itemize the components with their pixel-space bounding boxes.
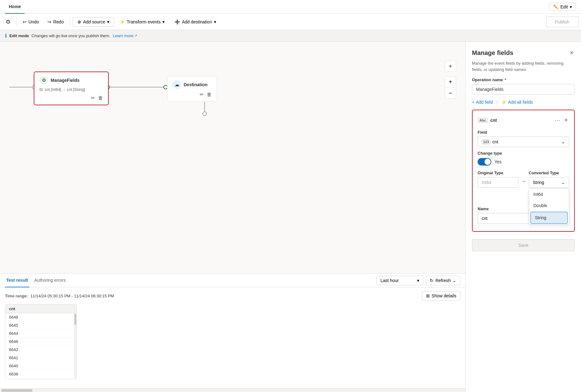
- field-more-button[interactable]: ⋯: [554, 116, 562, 125]
- change-type-toggle[interactable]: [478, 158, 491, 166]
- time-dropdown-chevron-icon: ▾: [417, 278, 419, 283]
- add-source-button[interactable]: ⊕ Add source ▾: [73, 17, 114, 27]
- chevron-down-icon: ▾: [570, 4, 572, 9]
- transform-icon: ⚡: [120, 19, 125, 24]
- horizontal-scrollbar-thumb[interactable]: [1, 389, 32, 392]
- delete-destination-button[interactable]: 🗑: [207, 92, 212, 97]
- pencil-icon: ✏️: [553, 4, 559, 9]
- edit-button[interactable]: ✏️ Edit ▾: [549, 3, 576, 11]
- original-type-input: [478, 177, 518, 188]
- add-source-chevron-icon: ▾: [107, 19, 109, 24]
- type-option-int64[interactable]: Int64: [529, 189, 569, 200]
- table-row: 6640: [5, 362, 77, 370]
- cnt-field-title: cnt: [490, 118, 497, 123]
- manage-fields-desc: cnt [Int64] → cnt [String]: [45, 87, 85, 92]
- table-icon: ⊟: [39, 87, 43, 92]
- refresh-icon: ↻: [430, 278, 434, 283]
- add-destination-button[interactable]: ➕ Add destination ▾: [170, 17, 221, 26]
- field-label: Field: [478, 130, 487, 135]
- type-option-double[interactable]: Double: [529, 200, 569, 211]
- table-row: 6646: [5, 338, 77, 346]
- cnt-field-icon: Abc: [478, 118, 488, 123]
- converted-type-label: Converted Type: [529, 171, 559, 175]
- operation-name-label: Operation name: [472, 77, 503, 82]
- manage-fields-panel-title: Manage fields: [472, 49, 513, 57]
- field-selector[interactable]: 123 cnt ⌄: [478, 136, 569, 147]
- table-row: 6648: [5, 313, 77, 321]
- toggle-value-label: Yes: [494, 159, 502, 164]
- table-row: 6638: [5, 370, 77, 378]
- show-details-button[interactable]: ⊞ Show details: [422, 291, 460, 300]
- svg-point-7: [203, 112, 206, 116]
- field-close-button[interactable]: ×: [563, 115, 569, 125]
- undo-button[interactable]: ↩ Undo: [19, 17, 42, 26]
- manage-fields-node[interactable]: ⚙ ManageFields ⊟ cnt [Int64] → cnt [Stri…: [34, 72, 109, 105]
- save-button[interactable]: Save: [472, 239, 575, 251]
- converted-type-chevron-icon: ⌄: [561, 180, 565, 185]
- name-label: Name: [478, 206, 489, 211]
- add-destination-chevron-icon: ▾: [214, 19, 216, 24]
- table-body: 6648 6645 6644 6646 6642 6641 6640 6638 …: [5, 313, 77, 379]
- test-result-tab[interactable]: Test result: [5, 274, 29, 287]
- learn-more-link[interactable]: Learn more ↗: [113, 33, 137, 38]
- type-dropdown: Int64 Double String: [529, 188, 569, 225]
- required-asterisk: *: [505, 77, 506, 82]
- refresh-button[interactable]: ↻ Refresh ⌄: [426, 276, 460, 285]
- close-panel-button[interactable]: ×: [569, 48, 575, 58]
- edit-mode-message: Changes will go live once you publish th…: [32, 33, 110, 38]
- publish-button[interactable]: Publish: [546, 17, 579, 27]
- refresh-chevron-icon: ⌄: [453, 278, 456, 283]
- delete-node-button[interactable]: 🗑: [98, 95, 103, 101]
- manage-fields-icon: ⚙: [39, 76, 48, 85]
- external-link-icon: ↗: [134, 34, 137, 38]
- destination-icon: ☁: [172, 80, 181, 89]
- original-type-label: Original Type: [478, 171, 503, 175]
- home-tab-label: Home: [9, 4, 21, 9]
- destination-title: Destination: [184, 82, 207, 87]
- time-range-dropdown[interactable]: Last hour ▾: [376, 276, 423, 285]
- converted-type-selector[interactable]: String ⌄: [529, 177, 569, 188]
- table-header: cnt: [5, 305, 77, 313]
- redo-icon: ↪: [47, 19, 51, 24]
- table-row: 6644: [5, 330, 77, 338]
- zoom-out-icon: −: [449, 90, 452, 97]
- field-chevron-icon: ⌄: [561, 139, 565, 144]
- transform-events-button[interactable]: ⚡ Transform events ▾: [115, 17, 169, 26]
- table-row: 6642: [5, 346, 77, 354]
- manage-fields-title: ManageFields: [51, 78, 80, 83]
- type-option-string[interactable]: String: [530, 212, 568, 224]
- time-range-value: 11/14/24 05:30:15 PM - 11/14/24 06:30:15…: [30, 294, 114, 298]
- transform-chevron-icon: ▾: [162, 19, 165, 24]
- zoom-in-icon: +: [449, 78, 452, 86]
- table-row: 6645: [5, 321, 77, 330]
- zoom-in-button[interactable]: +: [445, 76, 456, 87]
- time-range-label: Time range:: [5, 294, 28, 298]
- panel-description: Manage the event fields by adding fields…: [472, 60, 575, 72]
- gear-icon: ⚙: [6, 19, 11, 25]
- info-icon: ℹ: [5, 33, 7, 39]
- gear-button[interactable]: ⚙: [2, 17, 14, 27]
- operation-name-input[interactable]: [472, 84, 575, 95]
- edit-mode-label: Edit mode: [9, 33, 29, 38]
- add-field-button[interactable]: + Add field: [472, 100, 493, 105]
- zoom-out-button[interactable]: −: [445, 87, 456, 99]
- add-all-fields-button[interactable]: ⚡ Add all fields: [501, 100, 533, 105]
- table-row: 6637: [5, 378, 77, 379]
- show-details-icon: ⊞: [426, 293, 430, 298]
- field-num-icon: 123: [482, 139, 490, 144]
- table-scrollbar-thumb[interactable]: [74, 314, 76, 325]
- add-node-button[interactable]: +: [445, 61, 456, 72]
- authoring-errors-tab[interactable]: Authoring errors: [31, 274, 69, 287]
- table-row: 6641: [5, 354, 77, 362]
- lightning-icon: ⚡: [501, 100, 507, 105]
- add-source-icon: ⊕: [77, 19, 81, 24]
- undo-icon: ↩: [23, 19, 27, 24]
- add-destination-icon: ➕: [175, 19, 180, 24]
- home-tab[interactable]: Home: [5, 0, 25, 14]
- redo-button[interactable]: ↪ Redo: [44, 17, 67, 26]
- add-field-plus-icon: +: [472, 100, 474, 105]
- edit-node-button[interactable]: ✏: [91, 95, 95, 101]
- edit-destination-button[interactable]: ✏: [200, 92, 204, 97]
- destination-node[interactable]: ☁ Destination ✏ 🗑: [167, 76, 217, 102]
